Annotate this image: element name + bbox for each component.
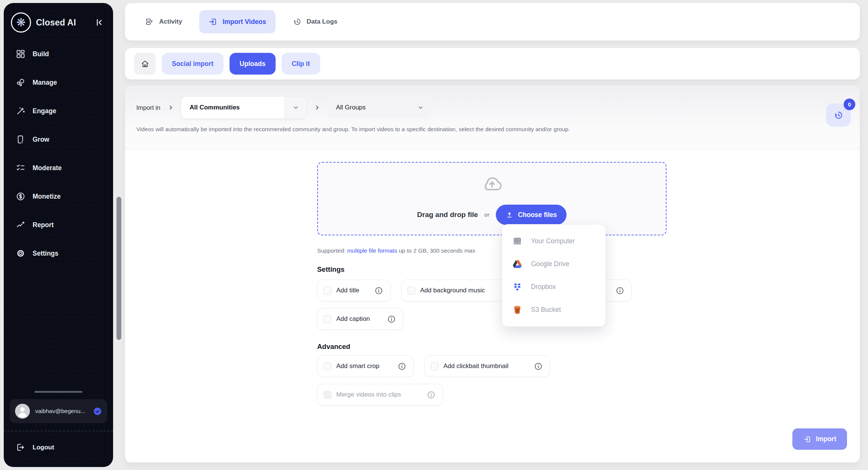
history-count-badge: 0 — [844, 99, 855, 110]
sidebar-item-report[interactable]: Report — [9, 215, 108, 235]
checkbox[interactable] — [324, 315, 331, 323]
supported-prefix: Supported: — [317, 247, 347, 254]
checkbox[interactable] — [431, 362, 438, 370]
sidebar-nav: BuildManageEngageGrowModerateMonetizeRep… — [4, 31, 113, 263]
sidebar-item-label: Build — [33, 50, 49, 58]
moderate-checklist-icon — [16, 163, 25, 173]
source-label: Google Drive — [531, 260, 569, 268]
source-dropbox[interactable]: Dropbox — [502, 275, 606, 298]
sidebar-item-moderate[interactable]: Moderate — [9, 158, 108, 178]
group-select[interactable]: All Groups — [328, 97, 431, 118]
option-label: Add smart crop — [336, 362, 379, 370]
tab-label: Data Logs — [307, 18, 337, 25]
sidebar-item-build[interactable]: Build — [9, 44, 108, 64]
option-add-smart-crop[interactable]: Add smart crop — [317, 355, 414, 377]
user-card[interactable]: vaibhav@begenu... — [10, 399, 107, 423]
info-icon — [387, 315, 396, 323]
sidebar-item-settings[interactable]: Settings — [9, 244, 108, 263]
community-select-value: All Communities — [181, 104, 284, 111]
import-submit-button[interactable]: Import — [792, 428, 847, 450]
option-add-caption[interactable]: Add caption — [317, 308, 403, 330]
option-label: Merge videos into clips — [336, 391, 401, 398]
advanced-heading: Advanced — [317, 343, 350, 351]
report-chart-icon — [16, 220, 25, 230]
checkbox[interactable] — [407, 287, 415, 295]
choose-files-button[interactable]: Choose files — [496, 205, 567, 225]
sidebar-item-grow[interactable]: Grow — [9, 130, 108, 149]
tab-label: Activity — [159, 18, 182, 25]
home-button[interactable] — [134, 53, 156, 75]
history-clock-icon — [834, 110, 844, 120]
build-grid-icon — [16, 49, 25, 59]
file-dropzone[interactable]: Drag and drop file or Choose files — [317, 162, 667, 235]
collapse-sidebar-icon[interactable] — [94, 18, 104, 27]
info-icon — [534, 362, 543, 371]
monetize-dollar-icon — [16, 192, 25, 201]
community-select[interactable]: All Communities — [181, 97, 307, 118]
supported-formats-link[interactable]: multiple file formats — [347, 247, 397, 254]
tab-import-videos[interactable]: Import Videos — [199, 10, 275, 33]
home-icon — [140, 59, 150, 69]
import-history-button[interactable]: 0 — [826, 103, 851, 127]
source-your-computer[interactable]: Your Computer — [502, 230, 606, 253]
option-add-title[interactable]: Add title — [317, 280, 391, 301]
or-label: or — [484, 211, 489, 218]
import-destination-section: Import in All Communities All Gr — [125, 85, 860, 149]
sidebar-item-engage[interactable]: Engage — [9, 101, 108, 121]
group-select-value: All Groups — [328, 104, 410, 111]
chevron-right-icon — [313, 104, 321, 111]
verified-badge-icon — [93, 407, 102, 416]
subtab-social-import[interactable]: Social import — [162, 53, 224, 75]
tab-data-logs[interactable]: Data Logs — [293, 17, 337, 26]
source-label: Your Computer — [531, 237, 575, 245]
chevron-down-icon — [292, 103, 300, 112]
settings-heading: Settings — [317, 265, 345, 274]
option-add-clickbait-thumbnail[interactable]: Add clickbait thumbnail — [424, 355, 550, 377]
sidebar-header: ❋ Closed AI — [4, 3, 113, 31]
subtab-label: Clip it — [292, 60, 310, 68]
sidebar-resize-handle[interactable] — [34, 391, 82, 393]
sidebar-item-label: Settings — [33, 250, 58, 257]
option-label: Add background music — [420, 287, 485, 294]
sidebar-item-monetize[interactable]: Monetize — [9, 187, 108, 206]
sidebar-item-label: Monetize — [33, 193, 61, 201]
sidebar-footer: vaibhav@begenu... Logout — [4, 391, 113, 467]
scrollbar-thumb[interactable] — [116, 197, 121, 340]
checkbox[interactable] — [324, 287, 331, 295]
sidebar-item-label: Grow — [33, 136, 49, 144]
subtab-clip-it[interactable]: Clip it — [282, 53, 320, 75]
import-submit-label: Import — [816, 435, 836, 443]
info-icon — [427, 391, 435, 399]
cloud-upload-icon — [480, 173, 504, 193]
source-s3-bucket[interactable]: S3 Bucket — [502, 298, 606, 321]
supported-formats-text: Supported: multiple file formats up to 2… — [317, 247, 475, 254]
subtab-label: Social import — [172, 60, 213, 68]
toolbar-tabs: Social importUploadsClip it — [162, 53, 320, 75]
avatar — [15, 404, 30, 419]
laptop-icon — [512, 236, 523, 247]
info-icon — [374, 286, 383, 295]
sidebar-item-label: Moderate — [33, 164, 62, 172]
supported-suffix: up to 2 GB, 300 seconds max — [397, 247, 476, 254]
tab-activity[interactable]: Activity — [145, 17, 182, 26]
openai-logo-icon: ❋ — [12, 13, 30, 31]
choose-files-label: Choose files — [518, 211, 557, 219]
checkbox[interactable] — [324, 362, 331, 370]
option-label: Add title — [336, 287, 359, 294]
source-label: S3 Bucket — [531, 306, 561, 314]
source-label: Dropbox — [531, 283, 556, 291]
destination-note: Videos will automatically be imported in… — [136, 126, 570, 133]
logout-button[interactable]: Logout — [4, 431, 113, 467]
subtab-uploads[interactable]: Uploads — [230, 53, 276, 75]
import-in-label: Import in — [136, 104, 160, 111]
import-box-icon — [803, 435, 811, 443]
sidebar-item-manage[interactable]: Manage — [9, 73, 108, 92]
main-column: ActivityImport VideosData Logs Social im… — [125, 0, 860, 470]
logout-icon — [16, 443, 25, 452]
drag-drop-label: Drag and drop file — [417, 211, 478, 219]
option-merge-videos-into-clips: Merge videos into clips — [317, 384, 443, 406]
source-google-drive[interactable]: Google Drive — [502, 253, 606, 275]
destination-row: Import in All Communities All Gr — [136, 97, 431, 118]
top-tabs: ActivityImport VideosData Logs — [125, 3, 860, 40]
s3-bucket-icon — [512, 304, 523, 315]
